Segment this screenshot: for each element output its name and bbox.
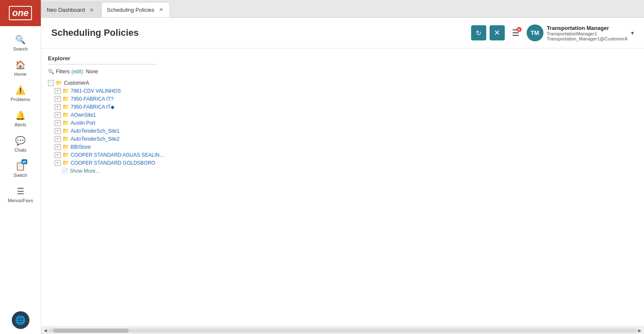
folder-icon-7: 📁 bbox=[62, 144, 69, 150]
folder-icon-4: 📁 bbox=[62, 120, 69, 126]
star-icon: ★ bbox=[517, 28, 520, 32]
expand-icon-8[interactable]: + bbox=[55, 152, 61, 158]
filter-value: None bbox=[86, 69, 98, 75]
scroll-right-arrow[interactable]: ▶ bbox=[637, 328, 642, 333]
tree-root-item[interactable]: − 📁 CustomerA bbox=[48, 79, 637, 87]
tree-item-8[interactable]: + 📁 COOPER STANDARD AGUAS SEALIN… bbox=[55, 151, 637, 159]
sidebar-item-label-home: Home bbox=[14, 72, 27, 77]
refresh-icon: ↻ bbox=[476, 29, 481, 37]
sidebar: one 🔍 Search 🏠 Home ⚠️ Problems 🔔 Alerts… bbox=[0, 0, 41, 334]
sidebar-item-chats[interactable]: 💬 Chats bbox=[0, 131, 41, 156]
sidebar-item-home[interactable]: 🏠 Home bbox=[0, 55, 41, 80]
sidebar-item-label-search: Search bbox=[13, 46, 28, 51]
menu-button[interactable]: ☰ ★ bbox=[508, 25, 523, 40]
filter-label: Filters bbox=[56, 69, 70, 75]
sidebar-item-search[interactable]: 🔍 Search bbox=[0, 29, 41, 55]
root-folder-icon: 📁 bbox=[56, 80, 62, 86]
chats-icon: 💬 bbox=[15, 136, 26, 146]
show-more-link[interactable]: Show More... bbox=[70, 168, 100, 174]
expand-icon-9[interactable]: + bbox=[55, 160, 61, 166]
expand-icon-2[interactable]: + bbox=[55, 104, 61, 110]
scrollbar-thumb[interactable] bbox=[53, 329, 129, 333]
alerts-icon: 🔔 bbox=[15, 110, 26, 120]
tree-item-2[interactable]: + 📁 7950-FABRICA IT◆ bbox=[55, 103, 637, 111]
expand-icon-0[interactable]: + bbox=[55, 88, 61, 94]
filter-edit-link[interactable]: (edit): bbox=[72, 69, 85, 75]
expand-icon-7[interactable]: + bbox=[55, 144, 61, 150]
page-header: Scheduling Policies ↻ ✕ ☰ ★ TM Transport… bbox=[41, 18, 644, 48]
sidebar-bottom: 🌐 bbox=[0, 311, 41, 334]
folder-icon-3: 📁 bbox=[62, 112, 69, 118]
sidebar-item-problems[interactable]: ⚠️ Problems bbox=[0, 80, 41, 105]
tab-scheduling-policies[interactable]: Scheduling Policies ✕ bbox=[101, 2, 170, 17]
tree-label-4[interactable]: Austin Port bbox=[71, 120, 95, 126]
switch-icon-wrap: 📋 ⇄ bbox=[15, 161, 26, 171]
tree-item-6[interactable]: + 📁 AutoTenderSch_Site2 bbox=[55, 135, 637, 143]
tree-label-0[interactable]: 7881-CDV VALINHOS bbox=[71, 88, 121, 94]
show-more-container: 📄 Show More... bbox=[55, 167, 637, 175]
problems-icon: ⚠️ bbox=[15, 85, 26, 95]
tab-scheduling-policies-label: Scheduling Policies bbox=[107, 7, 154, 13]
expand-icon-4[interactable]: + bbox=[55, 120, 61, 126]
sidebar-item-label-switch: Switch bbox=[13, 173, 27, 178]
sidebar-item-alerts[interactable]: 🔔 Alerts bbox=[0, 105, 41, 131]
tab-neo-dashboard-label: Neo Dashboard bbox=[47, 7, 85, 13]
root-collapse-icon[interactable]: − bbox=[48, 80, 54, 86]
sidebar-item-switch[interactable]: 📋 ⇄ Switch bbox=[0, 156, 41, 181]
page-title: Scheduling Policies bbox=[51, 27, 139, 38]
content-area: Scheduling Policies ↻ ✕ ☰ ★ TM Transport… bbox=[41, 18, 644, 334]
user-role: TransportationManager1 bbox=[547, 31, 628, 36]
app-logo[interactable]: one bbox=[0, 0, 41, 26]
close-button[interactable]: ✕ bbox=[490, 25, 505, 40]
switch-badge: ⇄ bbox=[21, 159, 27, 164]
explorer-title: Explorer bbox=[48, 55, 157, 64]
tree-label-2[interactable]: 7950-FABRICA IT◆ bbox=[71, 104, 114, 110]
globe-icon[interactable]: 🌐 bbox=[12, 311, 29, 329]
tree-label-5[interactable]: AutoTenderSch_Site1 bbox=[71, 128, 119, 134]
user-email: Transportation_Manager1@CustomerA bbox=[547, 36, 628, 41]
scrollbar-track bbox=[48, 329, 637, 333]
tree-item-0[interactable]: + 📁 7881-CDV VALINHOS bbox=[55, 87, 637, 95]
main-area: Neo Dashboard ✕ Scheduling Policies ✕ Sc… bbox=[41, 0, 644, 334]
folder-icon-6: 📁 bbox=[62, 136, 69, 142]
tab-neo-dashboard[interactable]: Neo Dashboard ✕ bbox=[41, 2, 101, 17]
sidebar-nav: 🔍 Search 🏠 Home ⚠️ Problems 🔔 Alerts 💬 C… bbox=[0, 26, 41, 311]
scroll-left-arrow[interactable]: ◀ bbox=[43, 328, 48, 333]
expand-icon-6[interactable]: + bbox=[55, 136, 61, 142]
user-dropdown-arrow[interactable]: ▾ bbox=[631, 29, 634, 36]
tree-item-4[interactable]: + 📁 Austin Port bbox=[55, 119, 637, 127]
expand-icon-3[interactable]: + bbox=[55, 112, 61, 118]
doc-icon: 📄 bbox=[61, 168, 68, 174]
tab-scheduling-policies-close[interactable]: ✕ bbox=[158, 6, 164, 13]
tree-label-3[interactable]: AOwnSite1 bbox=[71, 112, 96, 118]
tab-neo-dashboard-close[interactable]: ✕ bbox=[88, 7, 95, 13]
tab-bar: Neo Dashboard ✕ Scheduling Policies ✕ bbox=[41, 0, 644, 18]
refresh-button[interactable]: ↻ bbox=[471, 25, 486, 40]
expand-icon-1[interactable]: + bbox=[55, 96, 61, 102]
folder-icon-5: 📁 bbox=[62, 128, 69, 134]
tree-item-7[interactable]: + 📁 BBIStore bbox=[55, 143, 637, 151]
tree-label-8[interactable]: COOPER STANDARD AGUAS SEALIN… bbox=[71, 152, 164, 158]
tree-label-1[interactable]: 7950-FABRICA IT? bbox=[71, 96, 114, 102]
header-actions: ↻ ✕ ☰ ★ TM Transportation Manager Transp… bbox=[471, 24, 634, 41]
tree-label-6[interactable]: AutoTenderSch_Site2 bbox=[71, 136, 119, 142]
show-more-item[interactable]: 📄 Show More... bbox=[61, 167, 637, 175]
tree-item-3[interactable]: + 📁 AOwnSite1 bbox=[55, 111, 637, 119]
sidebar-item-label-menus: Menus/Favs bbox=[8, 198, 33, 203]
notification-dot: ★ bbox=[517, 27, 522, 32]
home-icon: 🏠 bbox=[15, 60, 26, 70]
expand-icon-5[interactable]: + bbox=[55, 128, 61, 134]
folder-icon-1: 📁 bbox=[62, 96, 69, 102]
sidebar-item-menus[interactable]: ☰ Menus/Favs bbox=[0, 181, 41, 206]
bottom-scrollbar: ◀ ▶ bbox=[41, 326, 644, 334]
explorer-panel: Explorer 🔍 Filters (edit): None − 📁 Cust… bbox=[41, 48, 644, 326]
logo-text: one bbox=[9, 6, 32, 20]
filter-row: 🔍 Filters (edit): None bbox=[48, 69, 637, 75]
tree-label-7[interactable]: BBIStore bbox=[71, 144, 91, 150]
tree-label-9[interactable]: COOPER STANDARD GOLDSBORO bbox=[71, 160, 155, 166]
folder-icon-0: 📁 bbox=[62, 88, 69, 94]
tree-item-1[interactable]: + 📁 7950-FABRICA IT? bbox=[55, 95, 637, 103]
tree-item-9[interactable]: + 📁 COOPER STANDARD GOLDSBORO bbox=[55, 159, 637, 167]
menus-icon: ☰ bbox=[17, 186, 24, 196]
tree-item-5[interactable]: + 📁 AutoTenderSch_Site1 bbox=[55, 127, 637, 135]
